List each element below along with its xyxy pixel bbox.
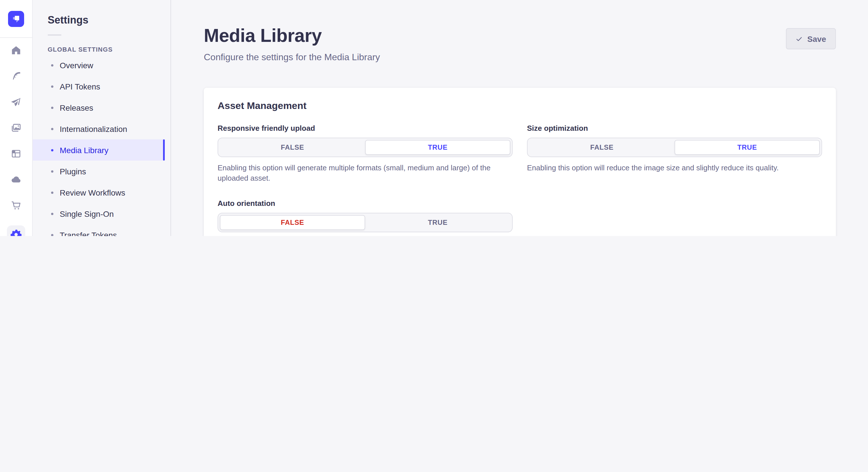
sidebar-item-media-library[interactable]: Media Library bbox=[33, 139, 165, 161]
sidebar-title-divider bbox=[48, 34, 61, 36]
page-subtitle: Configure the settings for the Media Lib… bbox=[204, 52, 380, 63]
asset-management-card: Asset Management Responsive friendly upl… bbox=[204, 88, 836, 236]
empty-grid-cell bbox=[527, 199, 822, 236]
toggle-option-false[interactable]: FALSE bbox=[529, 140, 675, 155]
paper-plane-icon[interactable] bbox=[10, 96, 22, 108]
responsive-friendly-upload-toggle: FALSE TRUE bbox=[218, 138, 513, 157]
field-auto-orientation: Auto orientation FALSE TRUE Enabling thi… bbox=[218, 199, 513, 236]
sidebar-item-label: Releases bbox=[60, 103, 93, 112]
icon-rail: KD bbox=[0, 0, 33, 236]
card-title: Asset Management bbox=[218, 100, 822, 112]
rail-nav bbox=[7, 45, 25, 236]
save-button[interactable]: Save bbox=[786, 28, 836, 49]
sidebar-item-overview[interactable]: Overview bbox=[33, 55, 165, 76]
settings-sidebar: Settings GLOBAL SETTINGS Overview API To… bbox=[33, 0, 171, 236]
field-label: Responsive friendly upload bbox=[218, 124, 513, 133]
bullet-icon bbox=[51, 128, 53, 130]
bullet-icon bbox=[51, 234, 53, 236]
bullet-icon bbox=[51, 106, 53, 109]
home-icon[interactable] bbox=[10, 45, 22, 56]
sidebar-item-label: Internationalization bbox=[60, 124, 127, 133]
sidebar-item-internationalization[interactable]: Internationalization bbox=[33, 118, 165, 139]
strapi-logo-icon bbox=[9, 12, 23, 26]
media-library-icon[interactable] bbox=[10, 122, 22, 134]
sidebar-item-label: Transfer Tokens bbox=[60, 230, 117, 236]
field-size-optimization: Size optimization FALSE TRUE Enabling th… bbox=[527, 124, 822, 184]
sidebar-item-label: API Tokens bbox=[60, 82, 100, 91]
size-optimization-toggle: FALSE TRUE bbox=[527, 138, 822, 157]
main-content: Media Library Configure the settings for… bbox=[171, 0, 868, 236]
bullet-icon bbox=[51, 212, 53, 215]
settings-gear-icon[interactable] bbox=[7, 225, 25, 236]
cloud-icon[interactable] bbox=[10, 174, 22, 185]
field-responsive-friendly-upload: Responsive friendly upload FALSE TRUE En… bbox=[218, 124, 513, 184]
app-window: KD Settings GLOBAL SETTINGS Overview API… bbox=[0, 0, 868, 236]
save-button-label: Save bbox=[807, 34, 826, 43]
page-header: Media Library Configure the settings for… bbox=[204, 25, 836, 63]
field-label: Size optimization bbox=[527, 124, 822, 133]
sidebar-item-releases[interactable]: Releases bbox=[33, 97, 165, 118]
sidebar-item-plugins[interactable]: Plugins bbox=[33, 161, 165, 182]
toggle-option-false[interactable]: FALSE bbox=[220, 215, 365, 230]
sidebar-item-label: Media Library bbox=[60, 145, 108, 155]
feather-icon[interactable] bbox=[10, 71, 22, 82]
fields-grid: Responsive friendly upload FALSE TRUE En… bbox=[218, 124, 822, 236]
sidebar-item-label: Overview bbox=[60, 61, 93, 70]
page-header-text: Media Library Configure the settings for… bbox=[204, 25, 380, 63]
toggle-option-true[interactable]: TRUE bbox=[675, 140, 820, 155]
sidebar-item-transfer-tokens[interactable]: Transfer Tokens bbox=[33, 224, 165, 236]
bullet-icon bbox=[51, 191, 53, 194]
page-title: Media Library bbox=[204, 25, 380, 46]
sidebar-item-label: Review Workflows bbox=[60, 188, 125, 197]
sidebar-title: Settings bbox=[48, 14, 170, 26]
toggle-option-true[interactable]: TRUE bbox=[365, 215, 510, 230]
sidebar-item-label: Plugins bbox=[60, 167, 86, 176]
strapi-logo[interactable] bbox=[8, 11, 24, 27]
field-description: Enabling this option will reduce the ima… bbox=[527, 163, 822, 173]
bullet-icon bbox=[51, 64, 53, 66]
bullet-icon bbox=[51, 85, 53, 88]
bullet-icon bbox=[51, 170, 53, 172]
sidebar-item-single-sign-on[interactable]: Single Sign-On bbox=[33, 203, 165, 224]
sidebar-item-api-tokens[interactable]: API Tokens bbox=[33, 76, 165, 97]
field-label: Auto orientation bbox=[218, 199, 513, 208]
auto-orientation-toggle: FALSE TRUE bbox=[218, 213, 513, 232]
gear-glyph bbox=[10, 228, 22, 236]
cart-icon[interactable] bbox=[10, 200, 22, 211]
toggle-option-true[interactable]: TRUE bbox=[365, 140, 510, 155]
field-description: Enabling this option will generate multi… bbox=[218, 163, 513, 184]
bullet-icon bbox=[51, 149, 53, 151]
section-label-global-settings: GLOBAL SETTINGS bbox=[48, 46, 156, 53]
check-icon bbox=[796, 35, 803, 42]
layout-icon[interactable] bbox=[10, 148, 22, 160]
sidebar-item-label: Single Sign-On bbox=[60, 209, 114, 218]
rail-header bbox=[0, 0, 32, 38]
toggle-option-false[interactable]: FALSE bbox=[220, 140, 365, 155]
sidebar-item-review-workflows[interactable]: Review Workflows bbox=[33, 182, 165, 203]
